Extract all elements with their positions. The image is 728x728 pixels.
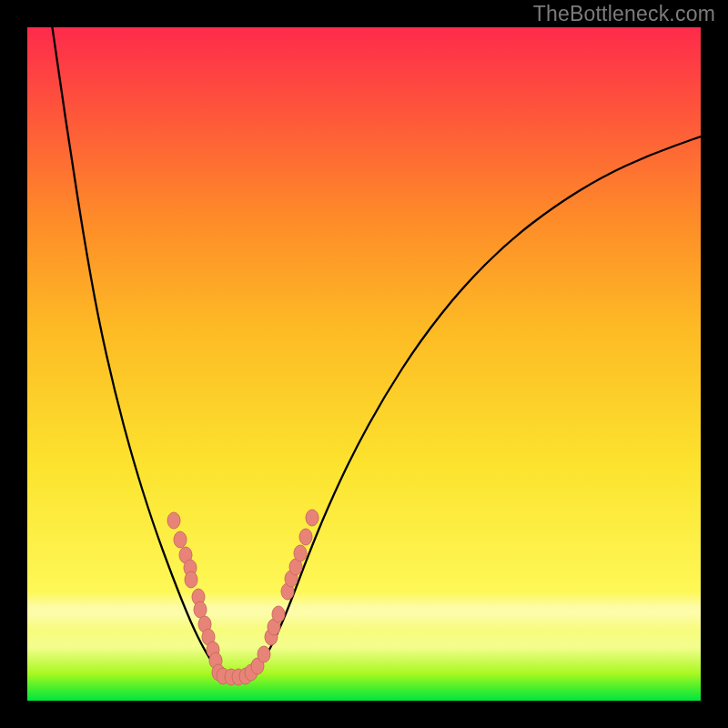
chart-background-gradient <box>27 27 701 701</box>
chart-frame: TheBottleneck.com <box>0 0 728 728</box>
watermark-text: TheBottleneck.com <box>533 2 715 26</box>
